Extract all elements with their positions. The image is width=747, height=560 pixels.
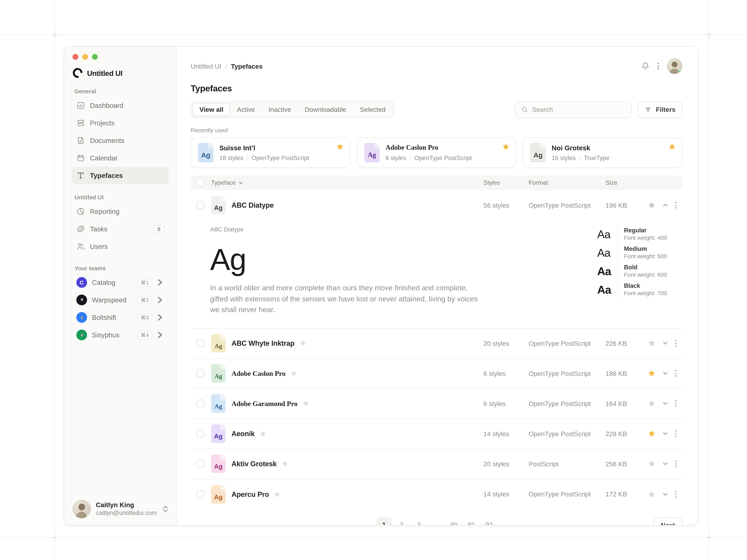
size-cell: 172 KB xyxy=(606,490,645,498)
row-menu-icon[interactable] xyxy=(675,340,676,347)
weight-sample: Aa xyxy=(597,247,617,259)
star-icon[interactable] xyxy=(274,491,281,498)
expand-chevron-down-icon[interactable] xyxy=(662,340,669,347)
sidebar-user-card[interactable]: Caitlyn King caitlyn@untitledui.com xyxy=(72,498,169,518)
sidebar-item-typefaces[interactable]: Typefaces xyxy=(72,167,169,184)
guide-cross xyxy=(52,534,58,541)
star-icon[interactable] xyxy=(648,339,655,347)
pagination: 1 2 3 ... 90 91 92 Next xyxy=(191,517,682,526)
header-avatar[interactable] xyxy=(667,58,682,74)
star-icon[interactable] xyxy=(648,369,655,377)
page-button-90[interactable]: 90 xyxy=(446,517,462,526)
table-row-aktiv-grotesk[interactable]: Ag Aktiv Grotesk 20 styles PostScript 25… xyxy=(191,449,682,479)
expand-chevron-down-icon[interactable] xyxy=(662,400,669,407)
tab-inactive[interactable]: Inactive xyxy=(262,103,298,116)
font-preview-panel: ABC Diatype Ag In a world older and more… xyxy=(191,220,682,328)
tab-selected[interactable]: Selected xyxy=(353,103,392,116)
filters-button[interactable]: Filters xyxy=(638,101,682,118)
row-menu-icon[interactable] xyxy=(675,430,676,437)
star-icon[interactable] xyxy=(302,400,309,407)
more-options-icon[interactable] xyxy=(658,63,659,70)
app-window: Untitled UI General Dashboard Projects D… xyxy=(64,46,699,526)
row-checkbox[interactable] xyxy=(197,201,204,209)
recent-card-suisse-intl[interactable]: Ag Suisse Int’l 18 stylesOpenType PostSc… xyxy=(191,138,350,168)
page-button-91[interactable]: 91 xyxy=(464,517,479,526)
star-icon[interactable] xyxy=(648,460,655,468)
sidebar-item-team-boltshift[interactable]: Boltshift ⌘3 xyxy=(72,309,169,326)
breadcrumb-root[interactable]: Untitled UI xyxy=(191,62,222,70)
column-typeface[interactable]: Typeface xyxy=(211,180,236,186)
star-icon[interactable] xyxy=(648,201,655,209)
expand-chevron-down-icon[interactable] xyxy=(662,430,669,437)
star-icon[interactable] xyxy=(648,430,655,437)
sidebar-item-projects[interactable]: Projects xyxy=(72,114,169,132)
page-button-1[interactable]: 1 xyxy=(376,517,392,526)
zoom-window-button[interactable] xyxy=(92,54,98,60)
star-icon[interactable] xyxy=(290,370,297,377)
row-checkbox[interactable] xyxy=(197,369,204,377)
tab-downloadable[interactable]: Downloadable xyxy=(298,103,353,116)
recent-card-noi-grotesk[interactable]: Ag Noi Grotesk 16 stylesTrueType xyxy=(523,138,682,168)
table-row-aeonik[interactable]: Ag Aeonik 14 styles OpenType PostScript … xyxy=(191,419,682,449)
select-all-checkbox[interactable] xyxy=(197,179,204,187)
star-icon[interactable] xyxy=(648,490,655,498)
tab-active[interactable]: Active xyxy=(230,103,262,116)
sidebar-item-users[interactable]: Users xyxy=(72,238,169,255)
star-icon[interactable] xyxy=(668,143,676,151)
bell-icon[interactable] xyxy=(641,62,650,71)
row-checkbox[interactable] xyxy=(197,490,204,498)
table-row-abc-whyte-inktrap[interactable]: Ag ABC Whyte Inktrap 20 styles OpenType … xyxy=(191,328,682,358)
expand-chevron-down-icon[interactable] xyxy=(662,460,669,467)
sidebar-item-team-warpspeed[interactable]: Warpspeed ⌘2 xyxy=(72,291,169,309)
star-icon[interactable] xyxy=(502,143,510,151)
expand-chevron-down-icon[interactable] xyxy=(662,370,669,377)
row-checkbox[interactable] xyxy=(197,339,204,347)
star-icon[interactable] xyxy=(336,143,344,151)
page-button-2[interactable]: 2 xyxy=(394,517,409,526)
chevron-right-icon xyxy=(156,296,164,304)
star-icon[interactable] xyxy=(282,460,288,467)
table-row-abc-diatype[interactable]: Ag ABC Diatype 56 styles OpenType PostSc… xyxy=(191,190,682,220)
row-checkbox[interactable] xyxy=(197,460,204,468)
card-format: OpenType PostScript xyxy=(414,155,472,161)
user-email: caitlyn@untitledui.com xyxy=(96,509,157,517)
table-row-adobe-garamond-pro[interactable]: Ag Adobe Garamond Pro 6 styles OpenType … xyxy=(191,389,682,419)
star-icon[interactable] xyxy=(300,340,306,347)
sidebar-section-general: General xyxy=(75,88,169,95)
sidebar-item-reporting[interactable]: Reporting xyxy=(72,203,169,220)
row-menu-icon[interactable] xyxy=(675,400,676,407)
row-menu-icon[interactable] xyxy=(675,370,676,377)
expand-chevron-down-icon[interactable] xyxy=(662,491,669,498)
table-row-apercu-pro[interactable]: Ag Apercu Pro 14 styles OpenType PostScr… xyxy=(191,479,682,509)
star-icon[interactable] xyxy=(648,400,655,407)
tab-view-all[interactable]: View all xyxy=(192,103,230,116)
recent-card-adobe-caslon-pro[interactable]: Ag Adobe Caslon Pro 6 stylesOpenType Pos… xyxy=(357,138,516,168)
minimize-window-button[interactable] xyxy=(82,54,88,60)
next-page-button[interactable]: Next xyxy=(653,517,682,526)
sidebar-item-team-catalog[interactable]: C Catalog ⌘1 xyxy=(72,274,169,291)
bar-chart-icon xyxy=(76,101,85,110)
row-menu-icon[interactable] xyxy=(675,202,676,209)
sidebar-item-dashboard[interactable]: Dashboard xyxy=(72,97,169,114)
sidebar-item-tasks[interactable]: Tasks 8 xyxy=(72,220,169,238)
search-field[interactable] xyxy=(515,101,632,118)
close-window-button[interactable] xyxy=(73,54,78,60)
table-row-adobe-caslon-pro[interactable]: Ag Adobe Caslon Pro 6 styles OpenType Po… xyxy=(191,358,682,389)
sidebar-item-documents[interactable]: Documents xyxy=(72,132,169,149)
row-menu-icon[interactable] xyxy=(675,491,676,498)
sidebar-item-team-sisyphus[interactable]: Sisyphus ⌘4 xyxy=(72,326,169,344)
collapse-chevron-up-icon[interactable] xyxy=(662,202,669,209)
star-icon[interactable] xyxy=(259,430,266,437)
sidebar-item-calendar[interactable]: Calendar xyxy=(72,149,169,167)
guide-line xyxy=(0,537,747,538)
column-styles: Styles xyxy=(483,180,529,186)
page-button-92[interactable]: 92 xyxy=(481,517,497,526)
search-input[interactable] xyxy=(532,106,626,113)
row-checkbox[interactable] xyxy=(197,400,204,407)
styles-cell: 20 styles xyxy=(483,460,529,468)
page-button-3[interactable]: 3 xyxy=(411,517,427,526)
pie-chart-icon xyxy=(76,207,85,216)
row-checkbox[interactable] xyxy=(197,430,204,437)
select-chevrons-icon[interactable] xyxy=(162,505,168,513)
row-menu-icon[interactable] xyxy=(675,460,676,467)
